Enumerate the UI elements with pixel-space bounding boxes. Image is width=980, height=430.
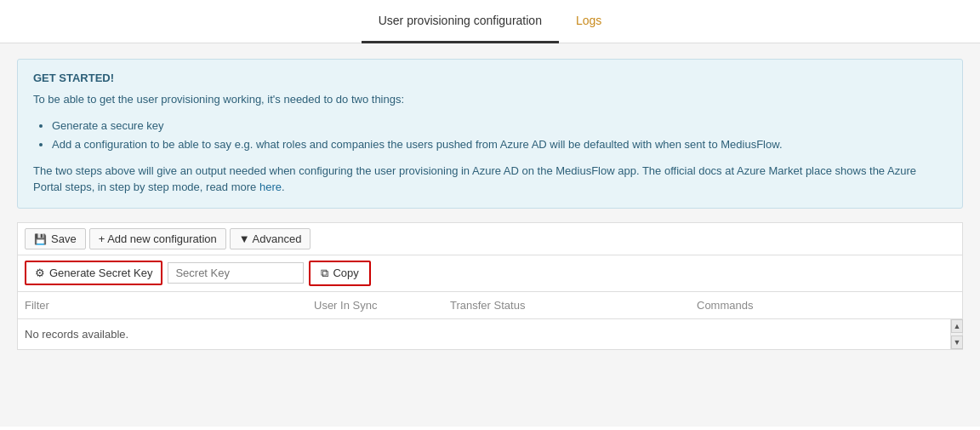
col-header-filter: Filter	[25, 299, 314, 312]
main-content: GET STARTED! To be able to get the user …	[0, 43, 980, 427]
gear-icon	[35, 267, 45, 279]
secret-key-input[interactable]	[168, 262, 304, 284]
advanced-button[interactable]: ▼ Advanced	[230, 228, 311, 249]
info-box-list: Generate a secure key Add a configuratio…	[33, 117, 947, 154]
table-header: Filter User In Sync Transfer Status Comm…	[17, 291, 963, 318]
col-header-transfer-status: Transfer Status	[450, 299, 697, 312]
generate-secret-key-label: Generate Secret Key	[49, 267, 152, 279]
scroll-down-arrow[interactable]: ▼	[951, 335, 963, 349]
save-label: Save	[51, 232, 77, 245]
copy-icon	[321, 267, 328, 280]
tab-logs[interactable]: Logs	[559, 0, 618, 43]
col-header-user-in-sync: User In Sync	[314, 299, 450, 312]
tab-user-provisioning[interactable]: User provisioning configuration	[362, 0, 559, 43]
add-config-label: + Add new configuration	[99, 232, 217, 245]
add-config-button[interactable]: + Add new configuration	[89, 228, 226, 249]
info-box-footer: The two steps above will give an output …	[33, 163, 947, 196]
advanced-label: ▼ Advanced	[239, 232, 302, 245]
secret-key-row: Generate Secret Key Copy	[17, 255, 963, 291]
table-empty-message: No records available.	[18, 319, 962, 349]
info-box-title: GET STARTED!	[33, 72, 947, 84]
scroll-up-arrow[interactable]: ▲	[951, 319, 963, 333]
info-box-intro: To be able to get the user provisioning …	[33, 91, 947, 108]
footer-text: The two steps above will give an output …	[33, 164, 916, 194]
generate-secret-key-button[interactable]: Generate Secret Key	[25, 261, 162, 285]
footer-link[interactable]: here	[259, 181, 282, 193]
tabs-bar: User provisioning configuration Logs	[0, 0, 980, 43]
save-icon	[34, 232, 47, 245]
footer-end: .	[282, 181, 285, 193]
list-item-1: Generate a secure key	[52, 117, 947, 135]
save-button[interactable]: Save	[25, 228, 86, 249]
table-body: No records available. ▲ ▼	[17, 318, 963, 350]
list-item-2: Add a configuration to be able to say e.…	[52, 135, 947, 154]
copy-label: Copy	[333, 267, 358, 279]
copy-button[interactable]: Copy	[309, 261, 370, 286]
info-box: GET STARTED! To be able to get the user …	[17, 59, 963, 209]
col-header-commands: Commands	[697, 299, 955, 312]
toolbar: Save + Add new configuration ▼ Advanced	[17, 222, 963, 255]
scrollbar[interactable]: ▲ ▼	[950, 319, 962, 349]
